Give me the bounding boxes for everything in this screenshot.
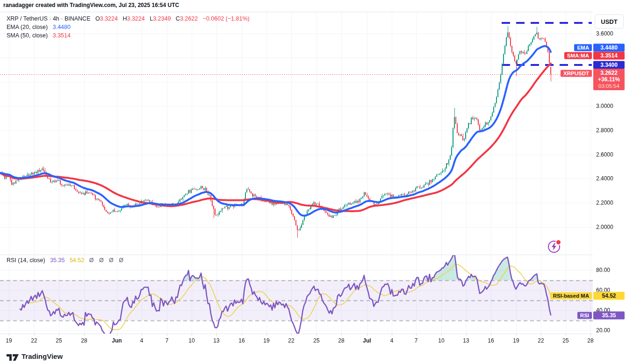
rsi-axis-label: 80.00: [596, 267, 610, 273]
price-axis-label: 2.8000: [596, 127, 613, 134]
time-axis-label: 7: [165, 337, 169, 344]
sma-value: 3.3514: [53, 32, 71, 39]
time-axis-label: 16: [238, 337, 245, 344]
price-change-percent: +36.11%: [593, 76, 625, 83]
exchange-label: BINANCE: [65, 15, 91, 22]
time-axis-label: 19: [6, 337, 12, 344]
rsi-ma-value: 54.52: [70, 257, 84, 264]
chart-canvas[interactable]: [0, 12, 593, 350]
time-axis-label: 16: [488, 337, 494, 344]
time-axis-label: 7: [415, 337, 418, 344]
low-value: 3.2349: [153, 15, 171, 22]
time-axis-label: 4: [390, 337, 394, 344]
rsi-axis-label: 20.00: [596, 327, 610, 334]
rsi-label: RSI (14, close): [7, 257, 45, 264]
time-axis-label: 22: [31, 337, 37, 344]
currency-unit-button[interactable]: USDT: [595, 14, 624, 29]
time-axis-label: 22: [538, 337, 544, 344]
ema-label: EMA (20, close): [7, 24, 48, 30]
symbol-legend-row[interactable]: XRP / TetherUS · 4h · BINANCE O3.3224 H3…: [7, 14, 250, 23]
time-axis-label: 13: [213, 337, 219, 344]
ema-price-badge: 3.4480: [593, 44, 625, 52]
close-value: 3.2622: [180, 15, 198, 22]
tradingview-wordmark[interactable]: TradingView: [22, 352, 63, 360]
tradingview-chart-page: ranadagger created with TradingView.com,…: [0, 0, 626, 364]
time-axis-label: 22: [288, 337, 294, 344]
price-axis-label: 3.6000: [596, 30, 613, 37]
time-axis-label: 10: [438, 337, 444, 344]
sma-legend-row[interactable]: SMA (50, close) 3.3514: [7, 31, 250, 40]
chart-top-border: [0, 12, 626, 12]
change-value: −0.0602 (−1.81%): [203, 15, 250, 22]
lightning-bolt-icon: [551, 243, 557, 250]
footer-bar: TradingView: [0, 350, 626, 364]
ema-axis-tag: EMA: [574, 44, 592, 51]
price-axis-label: 2.2000: [596, 200, 613, 206]
alert-level-badge: 3.3400: [593, 61, 625, 69]
time-axis-label: Jul: [363, 337, 371, 344]
time-axis-label: 28: [587, 337, 593, 344]
price-axis-label: 2.4000: [596, 175, 613, 182]
time-axis-border: [0, 334, 626, 334]
rsi-value: 35.35: [50, 257, 65, 264]
last-price-value: 3.2622: [593, 70, 625, 76]
time-axis-label: 4: [140, 337, 144, 344]
rsi-ma-axis-tag: RSI-based MA: [550, 293, 592, 300]
interval-label[interactable]: 4h: [53, 15, 59, 22]
time-axis-label: 28: [81, 337, 87, 344]
time-axis-label: 10: [188, 337, 194, 344]
time-axis-label: 19: [513, 337, 519, 344]
price-axis-label: 2.0000: [596, 224, 613, 230]
high-value: 3.3224: [127, 15, 144, 22]
flash-alert-icon[interactable]: [547, 240, 561, 253]
price-axis-label: 3.0000: [596, 103, 613, 109]
open-label: O: [95, 15, 100, 22]
time-axis-label: 25: [56, 337, 62, 344]
time-axis-label: Jun: [112, 337, 122, 344]
price-axis-label: 2.6000: [596, 151, 613, 158]
sma-price-badge: 3.3514: [593, 52, 625, 60]
sma-label: SMA (50, close): [7, 32, 48, 39]
ema-value: 3.4480: [53, 24, 71, 30]
symbol-axis-tag: XRPUSDT: [561, 70, 592, 77]
attribution-text: ranadagger created with TradingView.com,…: [3, 2, 179, 8]
time-axis-label: 13: [463, 337, 469, 344]
time-axis-label: 19: [263, 337, 269, 344]
open-value: 3.3224: [100, 15, 118, 22]
rsi-legend-row[interactable]: RSI (14, close) 35.35 54.52 Ø Ø Ø Ø: [7, 257, 123, 264]
pane-separator[interactable]: [0, 255, 593, 255]
rsi-axis-tag: RSI: [577, 312, 592, 319]
ema-legend-row[interactable]: EMA (20, close) 3.4480: [7, 23, 250, 31]
notification-dot: [556, 240, 561, 244]
time-axis-label: 25: [562, 337, 568, 344]
close-label: C: [176, 15, 180, 22]
rsi-value-badge: 35.35: [593, 312, 625, 320]
tradingview-logo-icon[interactable]: [6, 353, 19, 362]
rsi-ma-value-badge: 54.52: [593, 292, 625, 300]
bar-countdown: 03:05:54: [593, 83, 625, 89]
last-price-badge: 3.2622 +36.11% 03:05:54: [593, 69, 625, 90]
sma-axis-tag: SMA:MA: [564, 52, 592, 59]
main-legend: XRP / TetherUS · 4h · BINANCE O3.3224 H3…: [7, 14, 250, 40]
time-axis-label: 28: [338, 337, 344, 344]
symbol-name[interactable]: XRP / TetherUS: [7, 15, 48, 22]
time-axis-label: 25: [313, 337, 319, 344]
rsi-hidden-values: Ø Ø Ø Ø: [89, 257, 123, 264]
